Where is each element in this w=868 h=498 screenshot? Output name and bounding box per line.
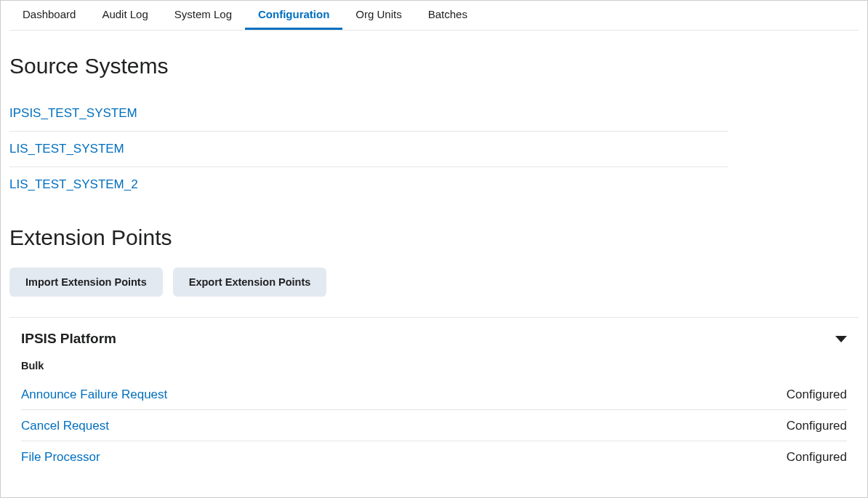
source-system-link[interactable]: LIS_TEST_SYSTEM [9,132,728,167]
platform-toggle[interactable]: IPSIS Platform [21,331,847,347]
extension-link[interactable]: File Processor [21,450,100,465]
source-systems-heading: Source Systems [9,54,859,79]
extension-row: File Processor Configured [21,441,847,472]
extension-row: Cancel Request Configured [21,410,847,441]
extension-link[interactable]: Cancel Request [21,419,109,433]
tab-audit-log[interactable]: Audit Log [89,2,161,30]
extension-status: Configured [787,450,847,465]
tab-dashboard[interactable]: Dashboard [9,2,89,30]
source-systems-list: IPSIS_TEST_SYSTEM LIS_TEST_SYSTEM LIS_TE… [9,96,728,202]
platform-title: IPSIS Platform [21,331,116,347]
tab-bar: Dashboard Audit Log System Log Configura… [9,1,859,31]
extension-row: Announce Failure Request Configured [21,379,847,410]
extension-link[interactable]: Announce Failure Request [21,387,167,402]
source-system-link[interactable]: IPSIS_TEST_SYSTEM [9,96,728,132]
chevron-down-icon [835,336,847,342]
tab-org-units[interactable]: Org Units [342,2,414,30]
extension-status: Configured [787,419,847,433]
main-content: Source Systems IPSIS_TEST_SYSTEM LIS_TES… [1,54,867,472]
import-extension-points-button[interactable]: Import Extension Points [9,268,163,297]
extension-status: Configured [787,387,847,402]
source-system-link[interactable]: LIS_TEST_SYSTEM_2 [9,167,728,202]
tab-system-log[interactable]: System Log [161,2,245,30]
platform-block: IPSIS Platform Bulk Announce Failure Req… [9,317,859,472]
tab-configuration[interactable]: Configuration [245,2,342,30]
export-extension-points-button[interactable]: Export Extension Points [173,268,327,297]
platform-subgroup-label: Bulk [21,360,847,372]
extension-points-actions: Import Extension Points Export Extension… [9,268,859,297]
extension-points-heading: Extension Points [9,225,859,250]
tab-batches[interactable]: Batches [415,2,481,30]
